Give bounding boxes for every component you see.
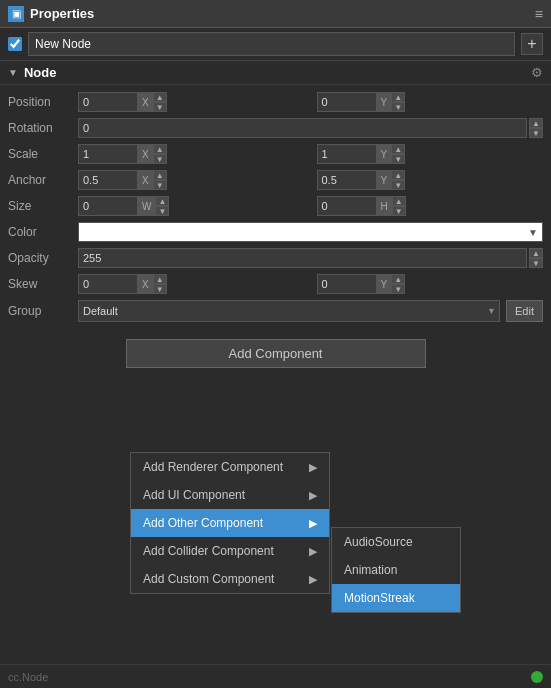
ctx-renderer-arrow: ▶ bbox=[309, 461, 317, 474]
size-h-spinbox[interactable]: ▲ ▼ bbox=[392, 196, 406, 216]
position-label: Position bbox=[8, 95, 78, 109]
opacity-up[interactable]: ▲ bbox=[529, 248, 543, 258]
section-title: Node bbox=[24, 65, 531, 80]
size-h-up[interactable]: ▲ bbox=[392, 196, 406, 206]
ctx-add-collider[interactable]: Add Collider Component ▶ bbox=[131, 537, 329, 565]
size-row: Size W ▲ ▼ H ▲ ▼ bbox=[0, 193, 551, 219]
scale-x-down[interactable]: ▼ bbox=[153, 154, 167, 164]
scale-y-up[interactable]: ▲ bbox=[391, 144, 405, 154]
skew-label: Skew bbox=[8, 277, 78, 291]
size-w-up[interactable]: ▲ bbox=[155, 196, 169, 206]
position-x-input[interactable] bbox=[78, 92, 138, 112]
skew-row: Skew X ▲ ▼ Y ▲ ▼ bbox=[0, 271, 551, 297]
scale-x-up[interactable]: ▲ bbox=[153, 144, 167, 154]
position-y-label: Y bbox=[377, 92, 392, 112]
bottom-bar: cc.Node bbox=[0, 664, 551, 688]
position-x-spinbox[interactable]: ▲ ▼ bbox=[153, 92, 167, 112]
submenu-audiosource[interactable]: AudioSource bbox=[332, 528, 460, 556]
bottom-label: cc.Node bbox=[8, 671, 48, 683]
size-h-down[interactable]: ▼ bbox=[392, 206, 406, 216]
position-y-input[interactable] bbox=[317, 92, 377, 112]
scale-row: Scale X ▲ ▼ Y ▲ ▼ bbox=[0, 141, 551, 167]
section-arrow[interactable]: ▼ bbox=[8, 67, 18, 78]
anchor-x-input[interactable] bbox=[78, 170, 138, 190]
opacity-input[interactable] bbox=[78, 248, 527, 268]
submenu-motionstreak[interactable]: MotionStreak bbox=[332, 584, 460, 612]
add-component-button[interactable]: Add Component bbox=[126, 339, 426, 368]
submenu-animation[interactable]: Animation bbox=[332, 556, 460, 584]
rotation-spinbox[interactable]: ▲ ▼ bbox=[529, 118, 543, 138]
skew-x-up[interactable]: ▲ bbox=[153, 274, 167, 284]
position-x-down[interactable]: ▼ bbox=[153, 102, 167, 112]
opacity-spinbox[interactable]: ▲ ▼ bbox=[529, 248, 543, 268]
anchor-x-up[interactable]: ▲ bbox=[153, 170, 167, 180]
rotation-label: Rotation bbox=[8, 121, 78, 135]
ctx-add-ui[interactable]: Add UI Component ▶ bbox=[131, 481, 329, 509]
anchor-y-down[interactable]: ▼ bbox=[391, 180, 405, 190]
ctx-add-custom[interactable]: Add Custom Component ▶ bbox=[131, 565, 329, 593]
node-add-button[interactable]: + bbox=[521, 33, 543, 55]
panel-header: ▣ Properties ≡ bbox=[0, 0, 551, 28]
skew-x-spinbox[interactable]: ▲ ▼ bbox=[153, 274, 167, 294]
skew-y-input[interactable] bbox=[317, 274, 377, 294]
opacity-label: Opacity bbox=[8, 251, 78, 265]
status-dot bbox=[531, 671, 543, 683]
size-h-input[interactable] bbox=[317, 196, 377, 216]
skew-x-label: X bbox=[138, 274, 153, 294]
node-checkbox[interactable] bbox=[8, 37, 22, 51]
size-w-spinbox[interactable]: ▲ ▼ bbox=[155, 196, 169, 216]
position-y-down[interactable]: ▼ bbox=[391, 102, 405, 112]
rotation-up[interactable]: ▲ bbox=[529, 118, 543, 128]
color-row: Color ▼ bbox=[0, 219, 551, 245]
rotation-input[interactable] bbox=[78, 118, 527, 138]
ctx-add-renderer[interactable]: Add Renderer Component ▶ bbox=[131, 453, 329, 481]
scale-y-input[interactable] bbox=[317, 144, 377, 164]
position-row: Position X ▲ ▼ Y ▲ ▼ bbox=[0, 89, 551, 115]
size-w-label: W bbox=[138, 196, 155, 216]
rotation-down[interactable]: ▼ bbox=[529, 128, 543, 138]
size-w-input[interactable] bbox=[78, 196, 138, 216]
node-row: + bbox=[0, 28, 551, 61]
opacity-down[interactable]: ▼ bbox=[529, 258, 543, 268]
size-h-label: H bbox=[377, 196, 392, 216]
position-x-up[interactable]: ▲ bbox=[153, 92, 167, 102]
size-label: Size bbox=[8, 199, 78, 213]
opacity-row: Opacity ▲ ▼ bbox=[0, 245, 551, 271]
gear-icon[interactable]: ⚙ bbox=[531, 65, 543, 80]
color-swatch[interactable]: ▼ bbox=[78, 222, 543, 242]
size-w-down[interactable]: ▼ bbox=[155, 206, 169, 216]
ctx-collider-arrow: ▶ bbox=[309, 545, 317, 558]
ctx-add-other[interactable]: Add Other Component ▶ bbox=[131, 509, 329, 537]
context-menu: Add Renderer Component ▶ Add UI Componen… bbox=[130, 452, 330, 594]
section-header: ▼ Node ⚙ bbox=[0, 61, 551, 85]
scale-y-label: Y bbox=[377, 144, 392, 164]
ctx-ui-arrow: ▶ bbox=[309, 489, 317, 502]
anchor-y-input[interactable] bbox=[317, 170, 377, 190]
anchor-y-up[interactable]: ▲ bbox=[391, 170, 405, 180]
skew-y-spinbox[interactable]: ▲ ▼ bbox=[391, 274, 405, 294]
skew-y-up[interactable]: ▲ bbox=[391, 274, 405, 284]
scale-y-down[interactable]: ▼ bbox=[391, 154, 405, 164]
position-y-spinbox[interactable]: ▲ ▼ bbox=[391, 92, 405, 112]
scale-x-spinbox[interactable]: ▲ ▼ bbox=[153, 144, 167, 164]
rotation-row: Rotation ▲ ▼ bbox=[0, 115, 551, 141]
anchor-label: Anchor bbox=[8, 173, 78, 187]
panel-menu-icon[interactable]: ≡ bbox=[535, 6, 543, 22]
ctx-custom-arrow: ▶ bbox=[309, 573, 317, 586]
skew-x-down[interactable]: ▼ bbox=[153, 284, 167, 294]
position-y-up[interactable]: ▲ bbox=[391, 92, 405, 102]
submenu: AudioSource Animation MotionStreak bbox=[331, 527, 461, 613]
skew-x-input[interactable] bbox=[78, 274, 138, 294]
scale-y-spinbox[interactable]: ▲ ▼ bbox=[391, 144, 405, 164]
node-name-input[interactable] bbox=[28, 32, 515, 56]
scale-label: Scale bbox=[8, 147, 78, 161]
group-select[interactable]: Default bbox=[78, 300, 500, 322]
anchor-y-spinbox[interactable]: ▲ ▼ bbox=[391, 170, 405, 190]
anchor-x-down[interactable]: ▼ bbox=[153, 180, 167, 190]
group-edit-button[interactable]: Edit bbox=[506, 300, 543, 322]
anchor-row: Anchor X ▲ ▼ Y ▲ ▼ bbox=[0, 167, 551, 193]
anchor-x-spinbox[interactable]: ▲ ▼ bbox=[153, 170, 167, 190]
skew-y-down[interactable]: ▼ bbox=[391, 284, 405, 294]
scale-x-input[interactable] bbox=[78, 144, 138, 164]
scale-x-label: X bbox=[138, 144, 153, 164]
